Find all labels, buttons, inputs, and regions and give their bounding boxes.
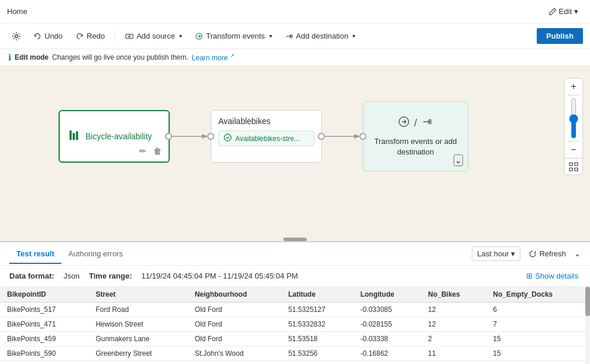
table-cell: BikePoints_459 bbox=[0, 332, 88, 346]
tab-authoring-errors[interactable]: Authoring errors bbox=[61, 245, 130, 264]
destination-text: Transform events or add destination bbox=[371, 136, 461, 157]
tab-test-result[interactable]: Test result bbox=[9, 245, 61, 264]
arrow-2 bbox=[322, 131, 363, 142]
range-value: 11/19/24 04:45:04 PM - 11/19/24 05:45:04… bbox=[142, 272, 298, 280]
column-header: No_Bikes bbox=[421, 287, 486, 303]
table-cell: BikePoints_471 bbox=[0, 317, 88, 332]
bottom-tabs: Test result Authoring errors Last hour ▾… bbox=[0, 242, 590, 266]
add-destination-button[interactable]: Add destination ▾ bbox=[280, 28, 361, 44]
show-details-button[interactable]: ⊞ Show details bbox=[524, 269, 581, 283]
stream-node[interactable]: Availablebikes Availablebikes-stre... bbox=[211, 110, 322, 163]
table-cell: BikePoints_517 bbox=[0, 303, 88, 317]
svg-rect-14 bbox=[570, 163, 572, 166]
destination-node[interactable]: / Transform events or add destination ⌄ bbox=[363, 101, 468, 171]
zoom-fit-button[interactable] bbox=[565, 158, 582, 174]
table-row: BikePoints_471Hewison StreetOld Ford51.5… bbox=[0, 317, 590, 332]
transform-icon-node bbox=[397, 115, 410, 132]
transform-icon bbox=[195, 32, 203, 40]
delete-source-button[interactable]: 🗑 bbox=[152, 145, 163, 157]
svg-rect-4 bbox=[70, 130, 72, 140]
refresh-icon bbox=[529, 250, 537, 258]
undo-button[interactable]: Undo bbox=[28, 28, 68, 44]
table-cell: Hewison Street bbox=[88, 317, 187, 332]
format-label: Data format: bbox=[9, 272, 54, 280]
table-cell: -0.176268 bbox=[354, 361, 421, 365]
table-row: BikePoints_459Gunmakers LaneOld Ford51.5… bbox=[0, 332, 590, 346]
undo-icon bbox=[33, 32, 42, 40]
arrow-1-svg bbox=[170, 131, 211, 142]
column-header: No_Empty_Docks bbox=[486, 287, 590, 303]
canvas-area: Bicycle-availability ✏ 🗑 Availablebikes bbox=[0, 66, 590, 241]
flow-container: Bicycle-availability ✏ 🗑 Availablebikes bbox=[59, 101, 468, 171]
slash-separator: / bbox=[414, 117, 417, 129]
svg-rect-6 bbox=[76, 131, 78, 140]
toolbar-divider bbox=[115, 29, 115, 43]
stream-node-item: Availablebikes-stre... bbox=[218, 131, 314, 146]
settings-icon bbox=[12, 32, 21, 41]
column-header: Longitude bbox=[354, 287, 421, 303]
destination-node-wrapper: / Transform events or add destination ⌄ bbox=[363, 101, 468, 171]
transform-events-button[interactable]: Transform events ▾ bbox=[190, 28, 277, 44]
zoom-slider[interactable] bbox=[568, 98, 579, 139]
top-bar: Home Edit ▾ bbox=[0, 0, 590, 23]
info-message: Changes will go live once you publish th… bbox=[52, 53, 188, 61]
dest-input-connector bbox=[359, 133, 366, 140]
edit-icon bbox=[548, 8, 557, 16]
table-cell: 2 bbox=[421, 332, 486, 346]
table-cell: St.John's Wood bbox=[188, 346, 282, 361]
toolbar: Undo Redo Add source ▾ Transform events … bbox=[0, 23, 590, 49]
table-cell: BikePoints_394 bbox=[0, 361, 88, 365]
svg-rect-16 bbox=[570, 168, 572, 171]
arrow-1 bbox=[170, 131, 211, 142]
breadcrumb: Home bbox=[7, 7, 28, 16]
svg-point-0 bbox=[15, 35, 18, 37]
column-header: Street bbox=[88, 287, 187, 303]
table-cell: 51.524826 bbox=[281, 361, 353, 365]
table-cell: 17 bbox=[486, 361, 590, 365]
destination-icons: / bbox=[397, 115, 433, 132]
stream-item-icon bbox=[224, 133, 232, 143]
source-output-connector bbox=[165, 133, 172, 140]
edit-source-button[interactable]: ✏ bbox=[138, 145, 148, 157]
time-range-select[interactable]: Last hour ▾ bbox=[472, 246, 520, 261]
arrow-2-svg bbox=[322, 131, 363, 142]
stream-input-connector bbox=[207, 133, 214, 140]
table-cell: 6 bbox=[486, 303, 590, 317]
table-cell: Ford Road bbox=[88, 303, 187, 317]
table-cell: -0.03338 bbox=[354, 332, 421, 346]
scrollbar-track bbox=[585, 287, 590, 364]
range-label: Time range: bbox=[89, 272, 132, 280]
table-cell: 51.53518 bbox=[281, 332, 353, 346]
table-cell: 51.53256 bbox=[281, 346, 353, 361]
add-source-button[interactable]: Add source ▾ bbox=[120, 28, 187, 44]
zoom-controls: + − bbox=[564, 78, 583, 175]
svg-rect-17 bbox=[575, 168, 578, 171]
refresh-button[interactable]: Refresh bbox=[525, 247, 570, 260]
edit-button[interactable]: Edit ▾ bbox=[544, 5, 583, 18]
add-destination-icon bbox=[285, 32, 293, 40]
stream-output-connector bbox=[318, 133, 325, 140]
publish-button[interactable]: Publish bbox=[537, 28, 583, 44]
zoom-out-button[interactable]: − bbox=[565, 142, 582, 158]
table-cell: Aberdeen Place bbox=[88, 361, 187, 365]
destination-chevron-button[interactable]: ⌄ bbox=[454, 154, 463, 166]
scrollbar-thumb[interactable] bbox=[585, 287, 590, 316]
redo-button[interactable]: Redo bbox=[70, 28, 110, 44]
table-cell: Old Ford bbox=[188, 332, 282, 346]
edit-mode-label: Edit mode bbox=[15, 53, 49, 61]
table-cell: 1 bbox=[421, 361, 486, 365]
table-header-row: BikepointIDStreetNeighbourhoodLatitudeLo… bbox=[0, 287, 590, 303]
canvas-hscroll bbox=[283, 238, 307, 241]
table-row: BikePoints_517Ford RoadOld Ford51.532512… bbox=[0, 303, 590, 317]
data-table: BikepointIDStreetNeighbourhoodLatitudeLo… bbox=[0, 287, 590, 364]
learn-more-link[interactable]: Learn more ↗ bbox=[192, 53, 235, 62]
table-cell: Greenberry Street bbox=[88, 346, 187, 361]
table-cell: St. John's Wood bbox=[188, 361, 282, 365]
settings-button[interactable] bbox=[7, 29, 26, 44]
source-node[interactable]: Bicycle-availability ✏ 🗑 bbox=[59, 110, 170, 163]
table-row: BikePoints_590Greenberry StreetSt.John's… bbox=[0, 346, 590, 361]
destination-icon-node bbox=[421, 115, 434, 132]
zoom-in-button[interactable]: + bbox=[565, 78, 582, 95]
source-node-title: Bicycle-availability bbox=[68, 129, 160, 145]
zoom-slider-container bbox=[568, 95, 579, 142]
